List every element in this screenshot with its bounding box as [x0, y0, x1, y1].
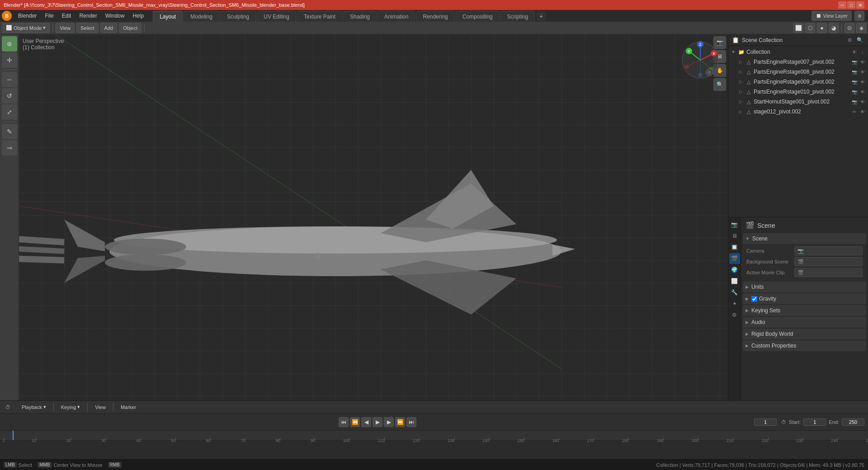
part6-edit-icon[interactable]: ✏ — [851, 108, 858, 115]
viewport-shading-solid[interactable]: ⬜ — [793, 23, 803, 33]
collection-select-icon[interactable]: ↓ — [859, 48, 866, 56]
menu-render[interactable]: Render — [75, 11, 100, 21]
scale-tool-btn[interactable]: ⤢ — [2, 104, 17, 120]
minimize-button[interactable]: ─ — [838, 1, 846, 9]
render-props-btn[interactable]: 📷 — [729, 219, 740, 230]
rotate-tool-btn[interactable]: ↺ — [2, 88, 17, 103]
xray-toggle[interactable]: ◈ — [856, 23, 866, 33]
tab-modeling[interactable]: Modeling — [184, 11, 219, 22]
start-frame-input[interactable] — [803, 418, 826, 426]
outliner-item-part6[interactable]: ▷ △ stage012_pivot.002 ✏ 👁 — [728, 107, 868, 117]
tab-uv-editing[interactable]: UV Editing — [257, 11, 296, 22]
part5-camera-icon[interactable]: 📷 — [851, 98, 858, 105]
modifier-props-btn[interactable]: 🔧 — [729, 287, 740, 298]
collection-view-icon[interactable]: 👁 — [851, 48, 858, 56]
transform-tool-btn[interactable]: ↔ — [2, 72, 17, 87]
current-frame-input[interactable] — [754, 418, 777, 426]
view-layer-props-btn[interactable]: 🔲 — [729, 242, 740, 253]
custom-properties-header[interactable]: ▶ Custom Properties — [743, 340, 866, 351]
view-layer-btn[interactable]: 🔲 View Layer — [811, 11, 852, 21]
tab-compositing[interactable]: Compositing — [456, 11, 500, 22]
active-movie-clip-value[interactable]: 🎬 — [794, 268, 863, 277]
tab-sculpting[interactable]: Sculpting — [220, 11, 256, 22]
background-scene-value[interactable]: 🎬 — [794, 257, 863, 266]
tab-texture-paint[interactable]: Texture Paint — [297, 11, 342, 22]
marker-menu[interactable]: Marker — [117, 404, 140, 411]
units-section-header[interactable]: ▶ Units — [743, 282, 866, 292]
audio-section-header[interactable]: ▶ Audio — [743, 317, 866, 328]
overlay-toggle[interactable]: ⊙ — [844, 23, 854, 33]
part6-view-icon[interactable]: 👁 — [859, 108, 866, 115]
object-props-btn[interactable]: ⬜ — [729, 276, 740, 287]
scene-section-header[interactable]: ▼ Scene — [743, 233, 866, 244]
select-menu[interactable]: Select — [76, 23, 99, 33]
tab-shading[interactable]: Shading — [343, 11, 377, 22]
add-menu[interactable]: Add — [100, 23, 118, 33]
menu-window[interactable]: Window — [102, 11, 128, 21]
next-keyframe-btn[interactable]: ⏩ — [395, 417, 405, 427]
timeline-icon-btn[interactable]: ⏱ — [3, 402, 13, 412]
outliner-item-part5[interactable]: ▷ △ StartHornutStage001_pivot.002 📷 👁 — [728, 97, 868, 107]
prev-keyframe-btn[interactable]: ⏪ — [350, 417, 360, 427]
menu-edit[interactable]: Edit — [58, 11, 75, 21]
outliner-item-part1[interactable]: ▷ △ PartsEngineRstage007_pivot.002 📷 👁 — [728, 57, 868, 67]
keying-menu[interactable]: Keying ▾ — [57, 403, 84, 411]
outliner-search-btn[interactable]: 🔍 — [855, 36, 864, 45]
part5-view-icon[interactable]: 👁 — [859, 98, 866, 105]
play-btn[interactable]: ▶ — [373, 417, 382, 427]
gravity-section-header[interactable]: ▶ Gravity — [743, 293, 866, 304]
navigation-gizmo[interactable]: X Y Z ⊙ — [680, 40, 721, 80]
rigid-body-world-header[interactable]: ▶ Rigid Body World — [743, 329, 866, 339]
tab-scripting[interactable]: Scripting — [500, 11, 535, 22]
part3-camera-icon[interactable]: 📷 — [851, 78, 858, 85]
close-button[interactable]: ✕ — [856, 1, 864, 9]
end-frame-input[interactable] — [842, 418, 864, 426]
outliner-filter-btn[interactable]: ⊙ — [845, 36, 854, 45]
prev-frame-btn[interactable]: ◀ — [361, 417, 371, 427]
scene-props-btn[interactable]: 🎬 — [729, 253, 740, 264]
physics-props-btn[interactable]: ⚙ — [729, 310, 740, 320]
viewport-shading-wireframe[interactable]: ⬡ — [805, 23, 815, 33]
move-tool-btn[interactable]: ✛ — [2, 52, 17, 68]
timeline-ruler-bar[interactable]: 1102030405060708090100110120130140150160… — [0, 431, 868, 441]
view-menu-tl[interactable]: View — [91, 404, 109, 411]
menu-blender[interactable]: Blender — [14, 11, 40, 21]
last-frame-btn[interactable]: ⏭ — [406, 417, 416, 427]
first-frame-btn[interactable]: ⏮ — [339, 417, 349, 427]
object-menu[interactable]: Object — [119, 23, 142, 33]
mode-selector[interactable]: ⬜ Object Mode ▾ — [2, 23, 50, 33]
part1-view-icon[interactable]: 👁 — [859, 58, 866, 66]
tab-layout[interactable]: Layout — [153, 11, 183, 22]
outliner-item-part4[interactable]: ▷ △ PartsEngineRstage010_pivot.002 📷 👁 — [728, 87, 868, 97]
part3-view-icon[interactable]: 👁 — [859, 78, 866, 85]
particles-props-btn[interactable]: ✦ — [729, 298, 740, 309]
menu-help[interactable]: Help — [129, 11, 147, 21]
tab-animation[interactable]: Animation — [377, 11, 415, 22]
outliner-item-part2[interactable]: ▷ △ PartsEngineRstage008_pivot.002 📷 👁 — [728, 67, 868, 77]
playback-menu[interactable]: Playback ▾ — [18, 403, 50, 411]
part4-camera-icon[interactable]: 📷 — [851, 88, 858, 95]
gravity-checkbox[interactable] — [751, 296, 757, 302]
measure-tool-btn[interactable]: ⊸ — [2, 140, 17, 155]
annotate-tool-btn[interactable]: ✎ — [2, 124, 17, 139]
maximize-button[interactable]: □ — [847, 1, 855, 9]
next-frame-btn[interactable]: ▶ — [384, 417, 394, 427]
keying-sets-header[interactable]: ▶ Keying Sets — [743, 305, 866, 316]
part4-view-icon[interactable]: 👁 — [859, 88, 866, 95]
viewport-3d[interactable]: User Perspective (1) Collection 📷 🖥 ✋ 🔍 … — [19, 34, 728, 400]
viewport-shading-material[interactable]: ◕ — [829, 23, 839, 33]
render-settings-btn[interactable]: ⚙ — [854, 11, 864, 21]
part1-camera-icon[interactable]: 📷 — [851, 58, 858, 66]
output-props-btn[interactable]: 🖥 — [729, 230, 740, 241]
tab-rendering[interactable]: Rendering — [416, 11, 454, 22]
menu-file[interactable]: File — [41, 11, 57, 21]
view-menu[interactable]: View — [56, 23, 75, 33]
add-workspace-button[interactable]: + — [537, 12, 546, 21]
cursor-tool-btn[interactable]: ⊕ — [2, 36, 17, 52]
camera-value[interactable]: 📷 — [794, 246, 863, 255]
outliner-item-part3[interactable]: ▷ △ PartsEngineRstage009_pivot.002 📷 👁 — [728, 77, 868, 87]
viewport-shading-rendered[interactable]: ● — [817, 23, 827, 33]
part2-view-icon[interactable]: 👁 — [859, 68, 866, 75]
world-props-btn[interactable]: 🌍 — [729, 264, 740, 275]
outliner-collection[interactable]: ▼ 📁 Collection 👁 ↓ — [728, 47, 868, 57]
